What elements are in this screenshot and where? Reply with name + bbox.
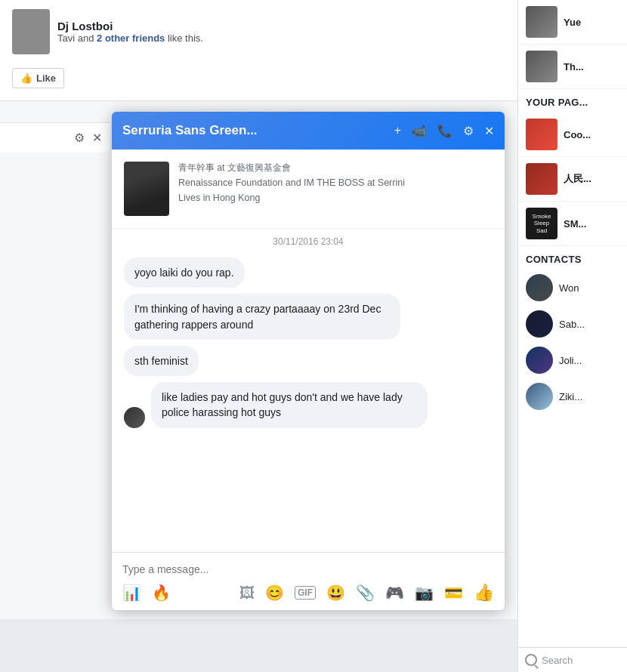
message-row-with-avatar: like ladies pay and hot guys don't and w…: [124, 382, 493, 428]
like-button[interactable]: 👍 Like: [12, 68, 64, 88]
messages-area: yoyo laiki do you rap. I'm thinking of h…: [112, 251, 505, 552]
add-icon[interactable]: +: [394, 124, 401, 137]
page-thumb: [526, 119, 558, 150]
post-avatar: [12, 9, 50, 54]
avatar-image: [124, 162, 169, 216]
toolbar-left-icons: 📊 🔥: [122, 584, 171, 602]
post-username: Dj Lostboi: [57, 20, 203, 32]
contacts-title: CONTACTS: [518, 246, 627, 270]
contact-item[interactable]: Sab...: [518, 306, 627, 342]
post-like-text: Tavi and 2 other friends like this.: [57, 32, 203, 44]
page-item[interactable]: 人民...: [518, 157, 627, 202]
chat-timestamp: 30/11/2016 23:04: [112, 229, 505, 251]
small-chat-controls: ⚙ ✕: [0, 122, 110, 153]
thumbs-up-icon: 👍: [20, 72, 32, 84]
post-section: Dj Lostboi Tavi and 2 other friends like…: [0, 0, 525, 101]
sidebar-search-bar[interactable]: Search: [517, 647, 627, 672]
message-sender-avatar: [124, 407, 145, 428]
contact-item[interactable]: Won: [518, 270, 627, 306]
sidebar-top-thumbnails: Yue Th...: [518, 0, 627, 89]
toolbar-right-icons: 🖼 😊 GIF 😃 📎 🎮 📷 💳 👍: [239, 583, 494, 603]
chart-icon[interactable]: 📊: [122, 584, 141, 602]
message-bubble: sth feminist: [124, 346, 199, 376]
post-header: Dj Lostboi Tavi and 2 other friends like…: [12, 9, 513, 54]
fire-icon[interactable]: 🔥: [152, 584, 171, 602]
page-item[interactable]: SmokeSleepSad SM...: [518, 202, 627, 246]
contact-name: Ziki...: [559, 391, 582, 402]
message-input[interactable]: [122, 560, 494, 578]
page-thumb: [526, 163, 558, 195]
contact-name: Joli...: [559, 355, 582, 366]
page-name: SM...: [564, 218, 586, 230]
post-user-info: Dj Lostboi Tavi and 2 other friends like…: [57, 20, 203, 44]
chat-title[interactable]: Serruria Sans Green...: [122, 123, 387, 138]
gear-icon[interactable]: ⚙: [74, 131, 85, 145]
camera-icon[interactable]: 📷: [415, 584, 434, 602]
contact-avatar: [526, 310, 553, 338]
gif-icon[interactable]: GIF: [295, 586, 316, 600]
video-call-icon[interactable]: 📹: [412, 124, 427, 138]
payment-icon[interactable]: 💳: [444, 584, 463, 602]
search-label: Search: [542, 655, 573, 666]
message-bubble: yoyo laiki do you rap.: [124, 257, 245, 288]
contact-item[interactable]: Joli...: [518, 342, 627, 378]
sidebar-thumb: [526, 51, 558, 82]
chat-input-area: 📊 🔥 🖼 😊 GIF 😃 📎 🎮 📷 💳 👍: [112, 552, 505, 610]
photo-icon[interactable]: 🖼: [239, 584, 255, 602]
contact-name: Won: [559, 282, 579, 294]
your-pages-title: YOUR PAG...: [518, 89, 627, 113]
profile-line-location: Lives in Hong Kong: [178, 192, 493, 205]
chat-window: Serruria Sans Green... + 📹 📞 ⚙ ✕ 青年幹事 at…: [112, 112, 505, 610]
page-thumb: SmokeSleepSad: [526, 208, 558, 239]
like-send-icon[interactable]: 👍: [474, 583, 494, 603]
settings-icon[interactable]: ⚙: [463, 124, 474, 138]
message-bubble: I'm thinking of having a crazy partaaaay…: [124, 294, 400, 340]
page-item[interactable]: Coo...: [518, 113, 627, 157]
profile-info: 青年幹事 at 文藝復興基金會 Renaissance Foundation a…: [178, 162, 493, 216]
contact-avatar: [526, 383, 553, 410]
message-bubble: like ladies pay and hot guys don't and w…: [151, 382, 428, 428]
chat-toolbar: 📊 🔥 🖼 😊 GIF 😃 📎 🎮 📷 💳 👍: [122, 578, 494, 604]
sidebar-top-item[interactable]: Yue: [518, 0, 627, 45]
page-name: Coo...: [564, 129, 591, 140]
search-icon: [525, 654, 537, 666]
contact-item[interactable]: Ziki...: [518, 378, 627, 415]
contact-avatar: [526, 347, 553, 374]
sticker-icon[interactable]: 😊: [265, 584, 284, 602]
game-icon[interactable]: 🎮: [385, 584, 404, 602]
sidebar-item-label: Yue: [564, 17, 581, 28]
chat-header: Serruria Sans Green... + 📹 📞 ⚙ ✕: [112, 112, 505, 150]
profile-line-chinese: 青年幹事 at 文藝復興基金會: [178, 162, 493, 174]
sidebar-item-label: Th...: [564, 61, 584, 72]
sidebar-thumb: [526, 6, 558, 38]
chat-header-icons: + 📹 📞 ⚙ ✕: [394, 124, 494, 138]
chat-profile-avatar: [124, 162, 169, 216]
contact-name: Sab...: [559, 319, 585, 330]
page-name: 人民...: [564, 172, 591, 186]
sidebar-top-item[interactable]: Th...: [518, 45, 627, 89]
phone-call-icon[interactable]: 📞: [437, 124, 452, 138]
profile-line-org: Renaissance Foundation and IM THE BOSS a…: [178, 177, 493, 190]
close-icon[interactable]: ✕: [92, 131, 102, 145]
contact-avatar: [526, 274, 553, 301]
chat-profile: 青年幹事 at 文藝復興基金會 Renaissance Foundation a…: [112, 150, 505, 229]
right-sidebar: Yue Th... YOUR PAG... Coo... 人民... Smoke…: [517, 0, 627, 672]
attach-icon[interactable]: 📎: [356, 584, 375, 602]
close-chat-icon[interactable]: ✕: [484, 124, 494, 138]
emoji-icon[interactable]: 😃: [326, 584, 345, 602]
